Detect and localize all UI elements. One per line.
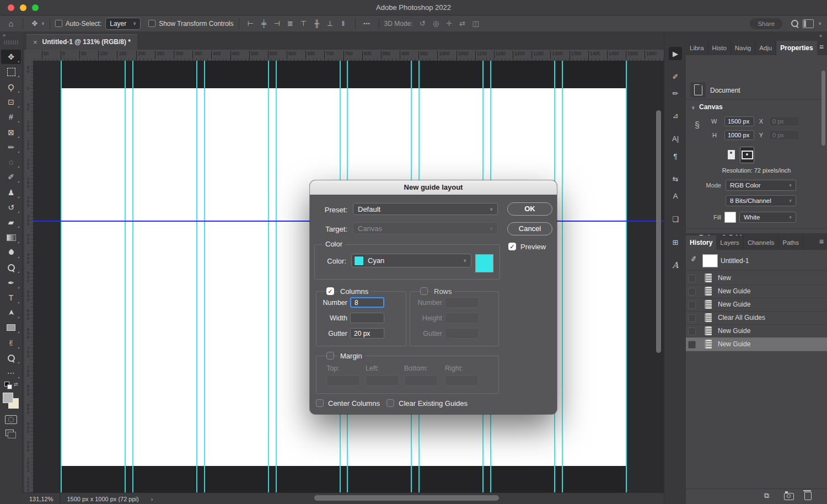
glyphs-panel-icon[interactable]: A	[669, 259, 682, 272]
align-vertical-centers-icon[interactable]: ╫	[310, 19, 324, 28]
align-left-edges-icon[interactable]: ⊢	[244, 19, 257, 28]
spot-healing-brush-tool[interactable]: ◌	[1, 155, 21, 169]
collapse-tools-icon[interactable]: »	[3, 33, 6, 38]
landscape-orientation-button[interactable]	[740, 147, 754, 163]
snapshot-label[interactable]: Untitled-1	[721, 257, 749, 265]
align-top-edges-icon[interactable]: ⊤	[297, 19, 310, 28]
frame-tool[interactable]: ⊠	[1, 125, 21, 140]
properties-scrollbar[interactable]	[821, 71, 825, 146]
chevron-down-icon[interactable]: ∨	[691, 105, 695, 110]
3d-slide-icon[interactable]: ⇄	[456, 19, 469, 28]
new-document-from-state-icon[interactable]: ⧉	[764, 491, 769, 500]
swap-panel-icon[interactable]: ⇆	[669, 172, 682, 185]
column-guide[interactable]	[61, 61, 62, 492]
gradient-tool[interactable]	[1, 230, 21, 245]
history-item[interactable]: New Guide	[686, 324, 827, 338]
object-selection-tool[interactable]: ⊡	[1, 95, 21, 109]
history-item[interactable]: New Guide	[686, 285, 827, 298]
more-options-icon[interactable]: •••	[361, 21, 374, 26]
column-guide[interactable]	[268, 61, 269, 492]
tab-properties[interactable]: Properties	[776, 41, 817, 55]
preset-dropdown[interactable]: Default ∨	[353, 203, 498, 215]
type-tool[interactable]: T	[1, 291, 21, 305]
3d-pan-icon[interactable]: ✛	[443, 19, 456, 28]
column-guide[interactable]	[132, 61, 133, 492]
margin-checkbox[interactable]	[326, 352, 334, 360]
rectangular-marquee-tool[interactable]	[1, 65, 21, 79]
column-guide[interactable]	[125, 61, 126, 492]
snapshot-thumbnail[interactable]	[702, 254, 718, 267]
home-icon[interactable]: ⌂	[4, 19, 18, 28]
character-styles-panel-icon[interactable]: A	[669, 189, 682, 202]
tab-paths[interactable]: Paths	[778, 235, 803, 250]
canvas-width-input[interactable]: 1500 px	[724, 116, 754, 126]
hand-tool[interactable]: ✌	[1, 336, 21, 350]
lasso-tool[interactable]: Ϙ	[1, 80, 21, 94]
history-brush-source-icon[interactable]: ✐	[690, 254, 697, 264]
quick-mask-button[interactable]	[5, 415, 17, 424]
canvas-height-input[interactable]: 1000 px	[724, 130, 754, 140]
edit-toolbar-icon[interactable]: ⋯	[1, 366, 21, 380]
dodge-tool[interactable]	[1, 260, 21, 275]
default-colors-control[interactable]: ⇄	[2, 382, 20, 390]
fill-color-swatch[interactable]	[724, 212, 736, 223]
auto-select-target-dropdown[interactable]: Layer ∨	[105, 18, 141, 30]
auto-select-checkbox[interactable]	[55, 20, 62, 27]
history-item-checkbox[interactable]	[688, 328, 696, 335]
zoom-level-value[interactable]: 131,12%	[29, 496, 53, 502]
columns-gutter-input[interactable]: 20 px	[350, 328, 384, 339]
document-tab[interactable]: × Untitled-1 @ 131% (RGB/8) *	[26, 34, 137, 50]
tab-libra[interactable]: Libra	[686, 41, 708, 55]
cancel-button[interactable]: Cancel	[507, 222, 552, 235]
eyedropper-tool[interactable]: ✏	[1, 140, 21, 154]
rectangle-tool[interactable]	[1, 320, 21, 335]
portrait-orientation-button[interactable]	[724, 147, 738, 162]
status-chevron-icon[interactable]: ›	[151, 496, 153, 502]
close-icon[interactable]: ×	[33, 38, 37, 46]
rows-checkbox[interactable]	[420, 287, 428, 295]
new-snapshot-camera-icon[interactable]	[784, 493, 794, 500]
ok-button[interactable]: OK	[507, 202, 552, 216]
fill-dropdown[interactable]: White ∨	[739, 212, 796, 223]
search-icon[interactable]	[791, 20, 798, 27]
bit-depth-dropdown[interactable]: 8 Bits/Channel ∨	[726, 195, 796, 206]
eraser-tool[interactable]: ▰	[1, 215, 21, 229]
column-guide[interactable]	[562, 61, 563, 492]
tab-histo[interactable]: Histo	[708, 41, 731, 55]
character-panel-icon[interactable]: A|	[669, 132, 682, 145]
workspace-icon[interactable]	[803, 19, 814, 28]
vertical-ruler[interactable]: 5 005 01 0 01 5 02 0 02 5 03 0 03 5 04 0…	[24, 61, 34, 492]
3d-orbit-icon[interactable]: ↺	[416, 19, 429, 28]
history-item-checkbox[interactable]	[688, 341, 696, 348]
brushes-panel-icon[interactable]: ✐	[669, 70, 682, 83]
distribute-horizontal-icon[interactable]: ≣	[284, 19, 297, 28]
tools-grip-handle[interactable]	[4, 40, 18, 45]
column-guide[interactable]	[196, 61, 197, 492]
brush-tool[interactable]: ✐	[1, 170, 21, 184]
clear-existing-guides-checkbox[interactable]	[386, 399, 394, 407]
delete-state-trash-icon[interactable]	[804, 492, 812, 500]
columns-number-input[interactable]: 8	[350, 297, 384, 308]
pen-tool[interactable]: ✒	[1, 276, 21, 290]
history-item-checkbox[interactable]	[688, 314, 696, 322]
columns-width-input[interactable]	[350, 313, 384, 323]
move-tool[interactable]: ✥	[1, 50, 21, 64]
horizontal-ruler[interactable]: 5005010015020025030035040045050055060065…	[33, 50, 664, 61]
brush-settings-panel-icon[interactable]: ✏	[669, 87, 682, 100]
properties-menu-icon[interactable]: ≡	[819, 42, 824, 51]
history-item[interactable]: New Guide	[686, 298, 827, 312]
chevron-down-icon[interactable]: ∨	[818, 21, 821, 26]
column-guide[interactable]	[276, 61, 277, 492]
preview-checkbox[interactable]: ✓	[508, 243, 516, 250]
3d-roll-icon[interactable]: ◎	[429, 19, 443, 28]
link-dimensions-icon[interactable]: §	[695, 120, 700, 130]
foreground-color-swatch[interactable]	[3, 393, 13, 403]
paragraph-panel-icon[interactable]: ¶	[669, 149, 682, 163]
screen-mode-button[interactable]	[6, 430, 14, 436]
align-bottom-edges-icon[interactable]: ⊥	[324, 19, 337, 28]
move-tool-preset-icon[interactable]: ✥	[28, 19, 41, 28]
color-swatch-large[interactable]	[475, 254, 493, 272]
color-dropdown[interactable]: Cyan ∨	[351, 254, 471, 267]
column-guide[interactable]	[626, 61, 627, 492]
columns-checkbox[interactable]: ✓	[326, 287, 334, 295]
